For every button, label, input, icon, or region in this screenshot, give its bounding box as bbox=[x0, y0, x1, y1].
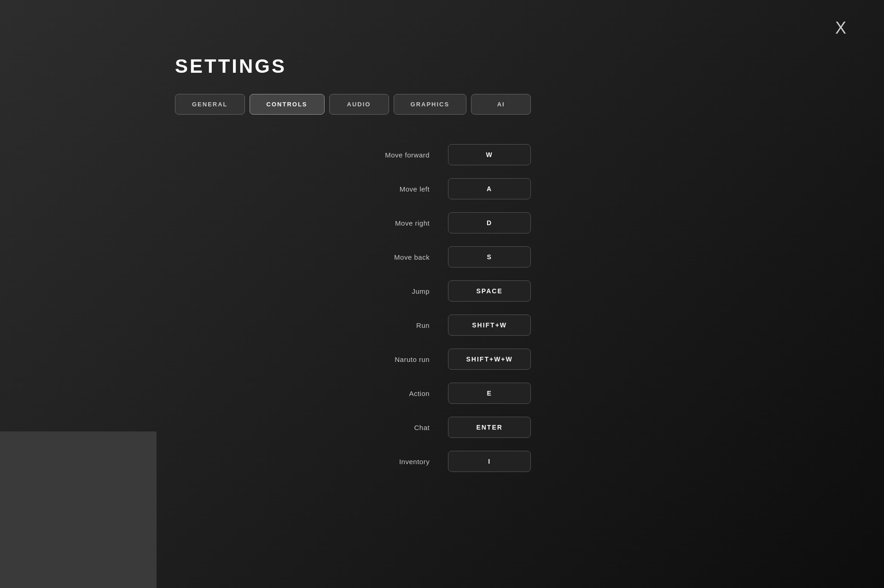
control-label: Jump bbox=[374, 287, 430, 295]
key-binding[interactable]: W bbox=[448, 144, 531, 165]
key-binding[interactable]: SHIFT+W bbox=[448, 314, 531, 336]
tab-general[interactable]: GENERAL bbox=[175, 94, 245, 115]
control-row: Naruto runSHIFT+W+W bbox=[175, 342, 531, 376]
control-label: Move back bbox=[374, 253, 430, 261]
key-binding[interactable]: I bbox=[448, 451, 531, 472]
control-label: Move right bbox=[374, 219, 430, 227]
key-binding[interactable]: S bbox=[448, 246, 531, 268]
control-label: Move forward bbox=[374, 151, 430, 159]
bottom-left-panel bbox=[0, 431, 157, 588]
control-label: Run bbox=[374, 321, 430, 329]
tab-controls[interactable]: CONTROLS bbox=[250, 94, 325, 115]
tabs-row: GENERALCONTROLSAUDIOGRAPHICSAI bbox=[175, 94, 531, 115]
key-binding[interactable]: A bbox=[448, 178, 531, 199]
key-binding[interactable]: SPACE bbox=[448, 280, 531, 302]
control-label: Action bbox=[374, 390, 430, 397]
control-row: InventoryI bbox=[175, 444, 531, 478]
key-binding[interactable]: E bbox=[448, 383, 531, 404]
tab-graphics[interactable]: GRAPHICS bbox=[394, 94, 467, 115]
control-row: Move leftA bbox=[175, 172, 531, 206]
control-row: RunSHIFT+W bbox=[175, 308, 531, 342]
control-label: Inventory bbox=[374, 458, 430, 466]
control-row: Move rightD bbox=[175, 206, 531, 240]
control-row: JumpSPACE bbox=[175, 274, 531, 308]
control-row: ActionE bbox=[175, 376, 531, 410]
key-binding[interactable]: D bbox=[448, 212, 531, 233]
control-row: ChatENTER bbox=[175, 410, 531, 444]
controls-grid: Move forwardWMove leftAMove rightDMove b… bbox=[175, 138, 531, 478]
key-binding[interactable]: ENTER bbox=[448, 417, 531, 438]
page-title: SETTINGS bbox=[175, 55, 531, 77]
tab-ai[interactable]: AI bbox=[471, 94, 531, 115]
tab-audio[interactable]: AUDIO bbox=[329, 94, 389, 115]
key-binding[interactable]: SHIFT+W+W bbox=[448, 349, 531, 370]
control-label: Naruto run bbox=[374, 355, 430, 363]
control-label: Chat bbox=[374, 424, 430, 431]
control-row: Move forwardW bbox=[175, 138, 531, 172]
control-label: Move left bbox=[374, 185, 430, 193]
close-button[interactable]: X bbox=[835, 18, 847, 38]
settings-container: SETTINGS GENERALCONTROLSAUDIOGRAPHICSAI … bbox=[157, 37, 549, 497]
control-row: Move backS bbox=[175, 240, 531, 274]
